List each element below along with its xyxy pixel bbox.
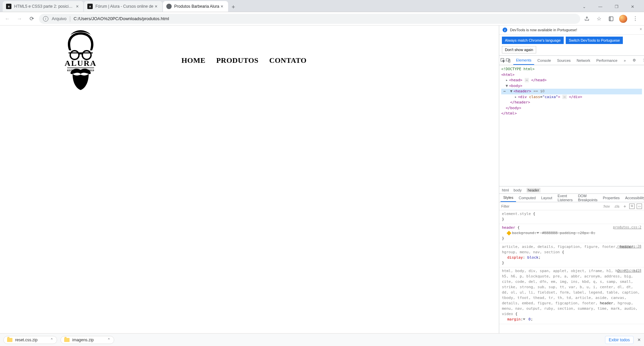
tab-title: Fórum | Alura - Cursos online de [95,4,154,9]
chevron-up-icon[interactable]: ⌃ [50,338,53,342]
dom-line[interactable]: ▸<div class="caixa"> ⋯ </div> [501,94,642,100]
reader-icon[interactable] [607,15,615,23]
tab-performance[interactable]: Performance [594,56,620,65]
styles-filter-input[interactable] [501,204,600,208]
browser-tab[interactable]: a Fórum | Alura - Cursos online de × [84,1,162,12]
crumb-body[interactable]: body [514,188,522,192]
minimize-button[interactable]: ― [593,2,608,12]
device-toggle-icon[interactable] [506,56,511,64]
styles-pane[interactable]: element.style {} produtos.css:2 header {… [499,210,644,333]
rule-source-link[interactable]: reset.css:28 [617,244,641,249]
folder-icon [7,338,12,342]
breadcrumb: html body header [499,186,644,193]
dom-line[interactable]: ▸<head> ⋯ </head> [501,78,642,83]
svg-rect-0 [609,17,613,21]
separator [70,16,70,21]
inspect-icon[interactable] [501,56,505,64]
dom-line[interactable]: ▼<body> [501,83,642,89]
folder-icon [64,338,70,342]
subtab-accessibility[interactable]: Accessibility [622,194,644,202]
gear-icon[interactable]: ⚙ [630,56,638,64]
style-rule[interactable]: reset.css:18 html, body, div, span, appl… [499,267,644,324]
switch-language-button[interactable]: Switch DevTools to Portuguese [566,37,623,44]
kebab-icon[interactable]: ⋮ [640,56,644,64]
nav-link-contato[interactable]: CONTATO [269,56,307,65]
devtools-infobar: i DevTools is now available in Portugues… [499,26,644,35]
url-label: Arquivo [52,16,67,21]
computed-panel-icon[interactable]: ▭ [637,204,642,209]
dom-line-selected[interactable]: ⋯ ▼<header> == $0 [501,89,642,94]
cls-toggle[interactable]: .cls [613,204,620,208]
warning-icon [507,231,511,235]
new-tab-button[interactable]: + [229,2,238,12]
download-filename: reset.css.zip [15,338,38,342]
reload-button[interactable]: ⟳ [27,14,36,24]
more-tabs-icon[interactable]: » [621,56,629,64]
browser-tab[interactable]: a HTML5 e CSS3 parte 2: posiciona × [3,1,83,12]
always-match-language-button[interactable]: Always match Chrome's language [502,37,564,44]
tab-console[interactable]: Console [535,56,554,65]
toggle-panel-icon[interactable]: ⧉ [629,204,635,209]
globe-favicon [166,4,172,9]
tab-sources[interactable]: Sources [554,56,573,65]
chevron-down-icon[interactable]: ⌄ [577,2,592,12]
styles-filter-bar: :hov .cls + ⧉ ▭ [499,202,644,210]
close-icon[interactable]: × [154,4,159,9]
alura-favicon: a [6,4,11,9]
close-icon[interactable]: × [75,4,80,9]
subtab-dom-breakpoints[interactable]: DOM Breakpoints [575,194,600,202]
share-icon[interactable] [583,15,591,23]
rule-source-link[interactable]: reset.css:18 [617,268,641,273]
tab-network[interactable]: Network [574,56,593,65]
close-icon[interactable]: × [219,4,225,9]
nav-link-home[interactable]: HOME [181,56,206,65]
dom-line[interactable]: </body> [501,105,642,111]
close-icon[interactable]: × [640,27,642,32]
download-item[interactable]: imagens.zip ⌃ [60,336,114,344]
show-all-downloads-button[interactable]: Exibir todos [605,336,634,344]
chevron-up-icon[interactable]: ⌃ [107,338,111,342]
profile-avatar[interactable] [619,15,627,23]
alura-favicon: a [87,4,93,9]
close-shelf-icon[interactable]: × [638,337,641,343]
subtab-computed[interactable]: Computed [516,194,539,202]
nav-link-produtos[interactable]: PRODUTOS [216,56,259,65]
info-icon[interactable]: i [43,16,48,21]
svg-point-3 [70,51,79,59]
back-button[interactable]: ← [3,14,12,24]
browser-tab-active[interactable]: Produtos Barbearia Alura × [163,1,228,12]
dom-tree[interactable]: <!DOCTYPE html> <html> ▸<head> ⋯ </head>… [499,65,644,186]
devtools-panel: i DevTools is now available in Portugues… [499,26,644,333]
svg-rect-1 [610,17,610,21]
dom-line[interactable]: </header> [501,100,642,105]
dom-line[interactable]: <!DOCTYPE html> [501,67,642,72]
hov-toggle[interactable]: :hov [602,204,611,208]
new-rule-icon[interactable]: + [622,204,627,209]
dom-line[interactable]: <html> [501,72,642,78]
dont-show-again-button[interactable]: Don't show again [502,46,536,53]
subtab-event-listeners[interactable]: Event Listeners [555,194,575,202]
downloads-shelf: reset.css.zip ⌃ imagens.zip ⌃ Exibir tod… [0,333,644,346]
tab-elements[interactable]: Elements [513,56,534,65]
svg-text:ALURA: ALURA [65,59,96,68]
omnibox[interactable]: i Arquivo C:/Users/JOAO%20PC/Downloads/p… [39,14,580,24]
style-rule[interactable]: produtos.css:2 header { background: #BBB… [499,224,644,243]
rule-source-link[interactable]: produtos.css:2 [613,225,641,230]
subtab-styles[interactable]: Styles [501,194,516,202]
close-window-button[interactable]: ✕ [625,2,640,12]
style-rule[interactable]: element.style {} [499,210,644,224]
dom-line[interactable]: </html> [501,111,642,117]
devtools-language-bar: Always match Chrome's language Switch De… [499,35,644,56]
maximize-button[interactable]: ❐ [609,2,624,12]
crumb-header[interactable]: header [526,188,541,192]
subtab-properties[interactable]: Properties [600,194,622,202]
download-item[interactable]: reset.css.zip ⌃ [3,336,57,344]
bookmark-icon[interactable]: ☆ [595,15,603,23]
download-filename: imagens.zip [72,338,94,342]
style-rule[interactable]: reset.css:28 article, aside, details, fi… [499,243,644,268]
address-bar: ← → ⟳ i Arquivo C:/Users/JOAO%20PC/Downl… [0,12,644,26]
menu-icon[interactable]: ⋮ [631,15,639,23]
subtab-layout[interactable]: Layout [539,194,555,202]
crumb-html[interactable]: html [502,188,509,192]
forward-button[interactable]: → [15,14,24,24]
